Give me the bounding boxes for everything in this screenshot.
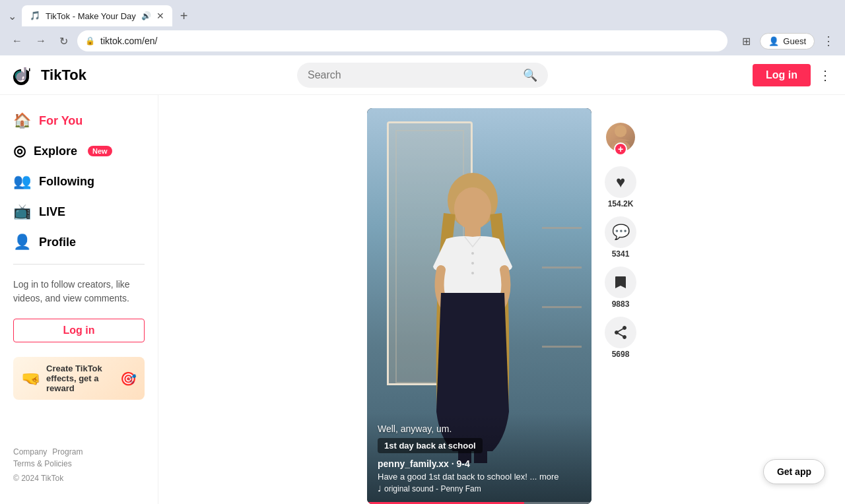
action-sidebar: + ♥ 154.2K 💬 5341 [605, 108, 636, 364]
music-note-icon: ♩ [378, 484, 382, 493]
sidebar-item-following[interactable]: 👥 Following [0, 166, 158, 197]
browser-actions: ⊞ 👤 Guest ⋮ [738, 31, 837, 51]
get-app-btn[interactable]: Get app [763, 459, 825, 484]
browser-window: ⌄ 🎵 TikTok - Make Your Day 🔊 ✕ + ← → ↻ 🔒… [0, 0, 845, 55]
following-icon: 👥 [13, 173, 31, 190]
like-btn[interactable]: ♥ 154.2K [605, 166, 636, 208]
tiktok-app: TikTok 🔍 Log in ⋮ 🏠 For You ◎ Explore Ne… [0, 55, 845, 504]
sidebar-item-label-profile: Profile [39, 236, 76, 249]
active-tab[interactable]: 🎵 TikTok - Make Your Day 🔊 ✕ [22, 5, 172, 26]
svg-point-10 [615, 125, 626, 137]
tab-favicon: 🎵 [30, 11, 40, 21]
sidebar-item-live[interactable]: 📺 LIVE [0, 197, 158, 227]
shelf-4 [542, 346, 582, 348]
browser-more-btn[interactable]: ⋮ [820, 31, 837, 51]
logo[interactable]: TikTok [13, 63, 86, 87]
explore-new-badge: New [88, 146, 112, 156]
address-text: tiktok.com/en/ [100, 36, 720, 46]
svg-point-5 [471, 272, 474, 274]
refresh-btn[interactable]: ↻ [55, 32, 72, 50]
tab-bar: ⌄ 🎵 TikTok - Make Your Day 🔊 ✕ + [0, 0, 845, 26]
lock-icon: 🔒 [85, 36, 95, 46]
search-bar[interactable]: 🔍 [297, 63, 548, 88]
logo-text: TikTok [41, 67, 86, 84]
comment-btn[interactable]: 💬 5341 [605, 216, 636, 259]
login-prompt: Log in to follow creators, like videos, … [0, 271, 158, 312]
shelf-2 [542, 267, 582, 268]
shelf-3 [542, 306, 582, 308]
comment-icon: 💬 [605, 216, 636, 248]
video-tag: 1st day back at school [378, 438, 483, 453]
promo-icon: 🤜 [21, 369, 41, 388]
tab-title: TikTok - Make Your Day [46, 11, 136, 21]
sound-text: original sound - Penny Fam [384, 484, 481, 493]
new-tab-btn[interactable]: + [175, 6, 193, 26]
back-btn[interactable]: ← [8, 32, 26, 49]
video-card[interactable]: Well, anyway, um. 1st day back at school… [367, 108, 592, 504]
login-btn[interactable]: Log in [753, 64, 811, 86]
app-header: TikTok 🔍 Log in ⋮ [0, 55, 845, 95]
video-caption: Well, anyway, um. [378, 424, 581, 434]
profile-icon: 👤 [13, 234, 31, 251]
bookmark-icon [605, 267, 636, 298]
forward-btn[interactable]: → [32, 32, 50, 49]
bookmark-btn[interactable]: 9883 [605, 267, 636, 309]
promo-banner[interactable]: 🤜 Create TikTok effects, get a reward 🎯 [13, 357, 145, 400]
svg-point-4 [471, 262, 474, 265]
tab-audio-icon[interactable]: 🔊 [141, 11, 151, 20]
svg-point-3 [471, 252, 474, 255]
tab-switcher-btn[interactable]: ⌄ [5, 7, 19, 25]
sidebar-item-for-you[interactable]: 🏠 For You [0, 106, 158, 136]
video-description: Have a good 1st dat back to school lex! … [378, 472, 581, 482]
sidebar-item-explore[interactable]: ◎ Explore New [0, 136, 158, 166]
like-count: 154.2K [608, 199, 634, 208]
tiktok-logo-icon [13, 63, 37, 87]
video-sound: ♩ original sound - Penny Fam [378, 484, 581, 493]
sidebar-divider [13, 264, 145, 265]
like-icon: ♥ [605, 166, 636, 198]
guest-btn[interactable]: 👤 Guest [760, 33, 815, 49]
address-input-wrap[interactable]: 🔒 tiktok.com/en/ [77, 30, 727, 51]
address-bar: ← → ↻ 🔒 tiktok.com/en/ ⊞ 👤 Guest ⋮ [0, 26, 845, 55]
search-input[interactable] [308, 69, 518, 81]
content-area: Well, anyway, um. 1st day back at school… [158, 95, 845, 504]
sidebar-item-label-following: Following [39, 175, 94, 189]
footer-links: Company Program Terms & Policies [13, 447, 145, 468]
promo-text: Create TikTok effects, get a reward [46, 363, 115, 393]
explore-icon: ◎ [13, 142, 26, 160]
home-icon: 🏠 [13, 112, 31, 129]
share-icon [605, 317, 636, 348]
follow-plus-btn[interactable]: + [614, 142, 627, 156]
footer-link-terms[interactable]: Terms & Policies [13, 459, 72, 468]
sidebar-footer: Company Program Terms & Policies © 2024 … [0, 437, 158, 493]
live-icon: 📺 [13, 203, 31, 220]
guest-label: Guest [783, 36, 806, 46]
sidebar-login-btn[interactable]: Log in [13, 319, 145, 342]
tab-close-btn[interactable]: ✕ [156, 11, 164, 21]
extensions-btn[interactable]: ⊞ [738, 32, 755, 50]
bookmark-count: 9883 [612, 299, 630, 309]
creator-avatar[interactable]: + [605, 121, 636, 153]
header-right: Log in ⋮ [753, 64, 832, 86]
search-icon[interactable]: 🔍 [523, 68, 537, 82]
video-username: penny_family.xx · 9-4 [378, 458, 581, 469]
sidebar-item-label-for-you: For You [39, 114, 83, 128]
footer-link-program[interactable]: Program [52, 447, 83, 457]
video-feed: Well, anyway, um. 1st day back at school… [367, 108, 636, 491]
comment-count: 5341 [612, 249, 630, 259]
main-content: 🏠 For You ◎ Explore New 👥 Following 📺 LI… [0, 95, 845, 504]
sidebar-item-label-explore: Explore [34, 144, 77, 158]
header-more-btn[interactable]: ⋮ [819, 67, 832, 83]
footer-copyright: © 2024 TikTok [13, 474, 145, 483]
guest-avatar-icon: 👤 [768, 36, 779, 46]
share-count: 5698 [612, 350, 630, 359]
promo-emoji: 🎯 [120, 371, 137, 387]
footer-link-company[interactable]: Company [13, 447, 47, 457]
share-btn[interactable]: 5698 [605, 317, 636, 359]
sidebar: 🏠 For You ◎ Explore New 👥 Following 📺 LI… [0, 95, 158, 504]
shelf-1 [542, 227, 582, 229]
sidebar-item-label-live: LIVE [39, 205, 65, 219]
video-overlay: Well, anyway, um. 1st day back at school… [367, 413, 592, 504]
svg-point-1 [454, 187, 491, 230]
sidebar-item-profile[interactable]: 👤 Profile [0, 227, 158, 257]
